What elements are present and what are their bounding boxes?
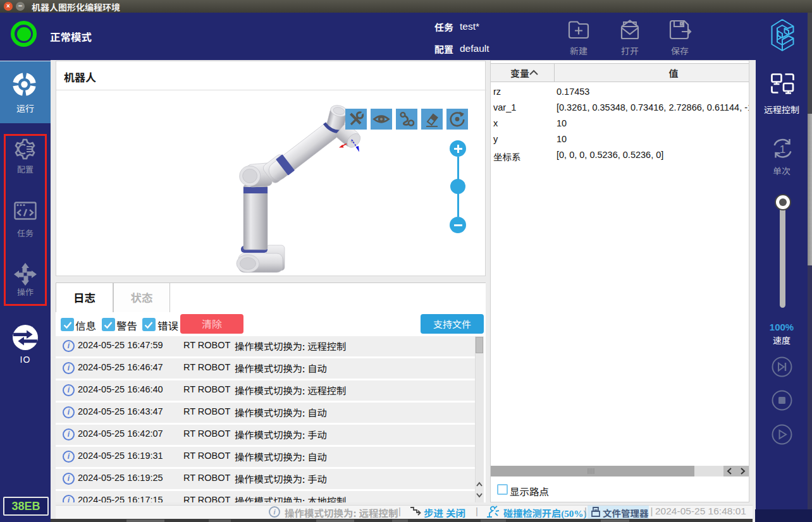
svg-text:1: 1 <box>780 143 785 155</box>
